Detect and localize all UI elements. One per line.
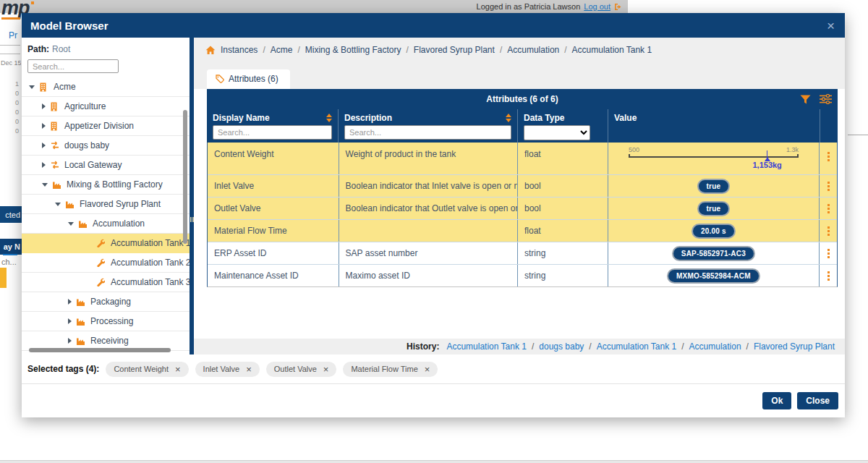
row-menu-icon[interactable] (825, 179, 832, 194)
row-menu-icon[interactable] (825, 201, 832, 216)
column-settings-icon[interactable] (820, 94, 832, 104)
tree-item-processing[interactable]: Processing (22, 312, 190, 331)
attribute-data-type: string (518, 242, 608, 264)
history-link[interactable]: Accumulation Tank 1 (597, 341, 677, 352)
sort-icon[interactable] (506, 114, 511, 122)
close-button[interactable]: Close (797, 392, 838, 409)
caret-right-icon[interactable] (42, 162, 46, 168)
caret-right-icon[interactable] (68, 299, 72, 305)
dialog-title: Model Browser (30, 20, 109, 32)
caret-down-icon[interactable] (68, 222, 74, 226)
table-row-content-weight[interactable]: Content Weight Weight of product in the … (208, 143, 837, 174)
history-separator: / (746, 341, 749, 352)
asset-tree-panel: Path:Root Acme Agriculture Appetize (22, 38, 190, 354)
tree-item-accumulation-tank-1[interactable]: Accumulation Tank 1 (22, 234, 190, 253)
tree-item-accumulation-tank-2[interactable]: Accumulation Tank 2 (22, 253, 190, 273)
tree-item-label: dougs baby (64, 140, 109, 150)
table-row-maintenance-asset-id[interactable]: Maintenance Asset ID Maximo asset ID str… (208, 264, 837, 286)
row-menu-icon[interactable] (825, 268, 832, 284)
background-link-underline (3, 254, 17, 255)
breadcrumb-item[interactable]: Mixing & Bottling Factory (305, 45, 401, 55)
history-link[interactable]: Flavored Syrup Plant (754, 341, 835, 352)
table-body: Content Weight Weight of product in the … (207, 143, 838, 287)
tag-chip-material-flow-time: Material Flow Time × (343, 362, 438, 377)
value-slider[interactable]: 500 1.3k 1,153kg (629, 146, 799, 174)
value-badge: true (697, 179, 731, 194)
tabs-bar: Attributes (6) (194, 62, 845, 89)
filter-icon[interactable] (800, 95, 811, 104)
background-nav-fragment: Pr (9, 30, 17, 41)
attribute-name: Material Flow Time (208, 220, 339, 242)
tree-search-input[interactable] (27, 59, 119, 73)
logout-link[interactable]: Log out (584, 2, 610, 11)
breadcrumb-separator: / (564, 45, 566, 55)
factory-icon (52, 180, 62, 190)
table-title-bar: Attributes (6 of 6) (207, 89, 838, 109)
table-title: Attributes (6 of 6) (486, 94, 558, 104)
attribute-data-type: string (518, 265, 608, 286)
tree-item-mixing-bottling-factory[interactable]: Mixing & Bottling Factory (22, 175, 190, 195)
breadcrumb-item[interactable]: Flavored Syrup Plant (414, 45, 495, 55)
row-menu-icon[interactable] (825, 149, 832, 164)
description-search-input[interactable] (344, 125, 511, 140)
caret-right-icon[interactable] (42, 143, 46, 148)
breadcrumb-item-current: Accumulation Tank 1 (572, 45, 652, 55)
value-badge: 20.00 s (692, 224, 736, 239)
caret-right-icon[interactable] (68, 318, 72, 324)
table-row-inlet-valve[interactable]: Inlet Valve Boolean indicator that Inlet… (208, 174, 837, 197)
ok-button[interactable]: Ok (762, 392, 791, 409)
row-menu-icon[interactable] (825, 224, 832, 239)
table-row-material-flow-time[interactable]: Material Flow Time float 20.00 s (208, 219, 837, 242)
tree-item-appetizer-division[interactable]: Appetizer Division (22, 116, 190, 136)
tree-item-label: Agriculture (64, 101, 106, 111)
remove-tag-icon[interactable]: × (175, 365, 181, 374)
caret-right-icon[interactable] (42, 123, 46, 129)
row-menu-icon[interactable] (825, 246, 832, 261)
breadcrumb-item[interactable]: Instances (221, 45, 258, 55)
background-table-fragment: cted (0, 206, 22, 223)
data-type-filter-select[interactable] (524, 125, 590, 140)
history-link[interactable]: Accumulation Tank 1 (446, 341, 527, 352)
attribute-name: Outlet Valve (208, 197, 339, 219)
caret-down-icon[interactable] (29, 85, 35, 89)
caret-down-icon[interactable] (42, 183, 48, 187)
caret-down-icon[interactable] (55, 203, 61, 206)
slider-max-label: 1.3k (786, 146, 799, 154)
tree-item-dougs-baby[interactable]: dougs baby (22, 136, 190, 156)
factory-icon (76, 336, 86, 346)
breadcrumb-item[interactable]: Accumulation (507, 45, 559, 55)
tree-vertical-scrollbar[interactable] (183, 110, 187, 244)
attribute-description: Boolean indicator that Inlet valve is op… (339, 175, 518, 197)
close-icon[interactable]: × (825, 19, 836, 33)
tree-item-local-gateway[interactable]: Local Gateway (22, 156, 190, 175)
breadcrumb-separator: / (263, 45, 265, 55)
breadcrumb-item[interactable]: Acme (271, 45, 293, 55)
table-row-erp-asset-id[interactable]: ERP Asset ID SAP asset number string SAP… (208, 242, 837, 264)
tree-item-packaging[interactable]: Packaging (22, 292, 190, 312)
table-row-outlet-valve[interactable]: Outlet Valve Boolean indicator that Outl… (208, 197, 837, 219)
remove-tag-icon[interactable]: × (246, 365, 252, 374)
remove-tag-icon[interactable]: × (323, 365, 329, 374)
tag-chip-outlet-valve: Outlet Valve × (266, 362, 337, 377)
sort-icon[interactable] (326, 114, 332, 122)
building-icon (50, 122, 60, 131)
selected-tags-row: Selected tags (4): Content Weight × Inle… (22, 354, 845, 383)
caret-right-icon[interactable] (68, 338, 72, 344)
history-link[interactable]: dougs baby (539, 341, 584, 352)
remove-tag-icon[interactable]: × (425, 365, 430, 374)
caret-right-icon[interactable] (42, 103, 46, 109)
tree-item-label: Receiving (90, 336, 129, 346)
home-icon[interactable] (205, 46, 216, 55)
tree-item-acme[interactable]: Acme (22, 77, 190, 97)
display-name-search-input[interactable] (213, 125, 332, 140)
attribute-name: Content Weight (208, 143, 339, 174)
tree-item-flavored-syrup-plant[interactable]: Flavored Syrup Plant (22, 195, 190, 214)
tab-attributes[interactable]: Attributes (6) (207, 69, 290, 89)
tree-item-agriculture[interactable]: Agriculture (22, 97, 190, 116)
tree-item-accumulation[interactable]: Accumulation (22, 214, 190, 234)
background-number-fragments: 10 00 00 (12, 80, 19, 136)
tree-item-accumulation-tank-3[interactable]: Accumulation Tank 3 (22, 273, 190, 292)
selected-tags-label: Selected tags (4): (27, 364, 99, 374)
history-link[interactable]: Accumulation (689, 341, 741, 352)
tree-horizontal-scrollbar[interactable] (29, 348, 171, 352)
